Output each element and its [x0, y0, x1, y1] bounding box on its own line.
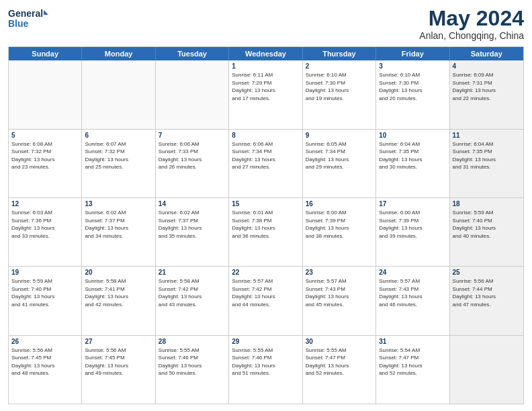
empty-cell-0-2: [156, 60, 229, 128]
day-cell-13: 13Sunrise: 6:02 AM Sunset: 7:37 PM Dayli…: [82, 198, 155, 266]
subtitle: Anlan, Chongqing, China: [419, 30, 524, 41]
day-cell-27: 27Sunrise: 5:56 AM Sunset: 7:45 PM Dayli…: [82, 336, 155, 404]
day-info: Sunrise: 5:57 AM Sunset: 7:43 PM Dayligh…: [379, 277, 446, 308]
calendar-row-5: 26Sunrise: 5:56 AM Sunset: 7:45 PM Dayli…: [9, 336, 523, 404]
day-info: Sunrise: 5:55 AM Sunset: 7:46 PM Dayligh…: [232, 347, 299, 377]
day-info: Sunrise: 6:00 AM Sunset: 7:39 PM Dayligh…: [379, 209, 446, 240]
day-info: Sunrise: 5:56 AM Sunset: 7:45 PM Dayligh…: [11, 347, 79, 377]
weekday-header-wednesday: Wednesday: [229, 47, 302, 60]
day-cell-11: 11Sunrise: 6:04 AM Sunset: 7:35 PM Dayli…: [450, 130, 523, 197]
day-number: 2: [306, 62, 373, 70]
calendar-row-2: 5Sunrise: 6:08 AM Sunset: 7:32 PM Daylig…: [9, 130, 523, 198]
day-cell-17: 17Sunrise: 6:00 AM Sunset: 7:39 PM Dayli…: [376, 198, 449, 266]
day-cell-10: 10Sunrise: 6:04 AM Sunset: 7:35 PM Dayli…: [376, 130, 449, 197]
weekday-header-monday: Monday: [82, 47, 155, 60]
logo-svg: General Blue: [8, 7, 48, 31]
day-number: 8: [232, 132, 299, 139]
day-number: 1: [232, 62, 299, 70]
day-info: Sunrise: 5:55 AM Sunset: 7:46 PM Dayligh…: [159, 347, 226, 377]
day-number: 23: [306, 269, 373, 276]
weekday-header-tuesday: Tuesday: [156, 47, 229, 60]
day-cell-21: 21Sunrise: 5:58 AM Sunset: 7:42 PM Dayli…: [156, 267, 229, 334]
weekday-header-friday: Friday: [376, 47, 449, 60]
logo: General Blue: [8, 7, 48, 31]
weekday-header-thursday: Thursday: [303, 47, 376, 60]
day-info: Sunrise: 6:10 AM Sunset: 7:30 PM Dayligh…: [306, 71, 373, 102]
day-info: Sunrise: 6:06 AM Sunset: 7:34 PM Dayligh…: [232, 140, 299, 171]
calendar-body: 1Sunrise: 6:11 AM Sunset: 7:29 PM Daylig…: [9, 60, 523, 404]
day-number: 31: [379, 338, 446, 345]
day-info: Sunrise: 5:56 AM Sunset: 7:45 PM Dayligh…: [85, 347, 152, 377]
day-info: Sunrise: 5:58 AM Sunset: 7:42 PM Dayligh…: [159, 277, 226, 308]
day-cell-22: 22Sunrise: 5:57 AM Sunset: 7:42 PM Dayli…: [229, 267, 302, 334]
day-cell-4: 4Sunrise: 6:09 AM Sunset: 7:31 PM Daylig…: [450, 60, 523, 128]
day-number: 19: [11, 269, 79, 276]
day-info: Sunrise: 6:02 AM Sunset: 7:37 PM Dayligh…: [159, 209, 226, 240]
day-cell-23: 23Sunrise: 5:57 AM Sunset: 7:43 PM Dayli…: [303, 267, 376, 334]
day-info: Sunrise: 5:57 AM Sunset: 7:43 PM Dayligh…: [306, 277, 373, 308]
day-info: Sunrise: 6:11 AM Sunset: 7:29 PM Dayligh…: [232, 71, 299, 102]
calendar-row-3: 12Sunrise: 6:03 AM Sunset: 7:36 PM Dayli…: [9, 198, 523, 267]
day-number: 9: [306, 132, 373, 139]
day-cell-2: 2Sunrise: 6:10 AM Sunset: 7:30 PM Daylig…: [303, 60, 376, 128]
day-info: Sunrise: 5:59 AM Sunset: 7:40 PM Dayligh…: [11, 277, 79, 308]
weekday-header-sunday: Sunday: [9, 47, 82, 60]
empty-cell-0-1: [82, 60, 155, 128]
empty-cell-4-6: [450, 336, 523, 404]
day-cell-16: 16Sunrise: 6:00 AM Sunset: 7:39 PM Dayli…: [303, 198, 376, 266]
day-number: 21: [159, 269, 226, 276]
day-number: 24: [379, 269, 446, 276]
day-cell-14: 14Sunrise: 6:02 AM Sunset: 7:37 PM Dayli…: [156, 198, 229, 266]
day-number: 20: [85, 269, 152, 276]
day-cell-30: 30Sunrise: 5:55 AM Sunset: 7:47 PM Dayli…: [303, 336, 376, 404]
day-cell-5: 5Sunrise: 6:08 AM Sunset: 7:32 PM Daylig…: [9, 130, 82, 197]
calendar-header: SundayMondayTuesdayWednesdayThursdayFrid…: [9, 47, 523, 60]
day-cell-1: 1Sunrise: 6:11 AM Sunset: 7:29 PM Daylig…: [229, 60, 302, 128]
day-info: Sunrise: 5:59 AM Sunset: 7:40 PM Dayligh…: [453, 209, 521, 240]
day-info: Sunrise: 6:08 AM Sunset: 7:32 PM Dayligh…: [11, 140, 79, 171]
day-info: Sunrise: 5:58 AM Sunset: 7:41 PM Dayligh…: [85, 277, 152, 308]
day-cell-28: 28Sunrise: 5:55 AM Sunset: 7:46 PM Dayli…: [156, 336, 229, 404]
header: General Blue May 2024 Anlan, Chongqing, …: [8, 7, 524, 41]
day-number: 5: [11, 132, 79, 139]
day-number: 30: [306, 338, 373, 345]
day-info: Sunrise: 6:00 AM Sunset: 7:39 PM Dayligh…: [306, 209, 373, 240]
day-info: Sunrise: 6:07 AM Sunset: 7:32 PM Dayligh…: [85, 140, 152, 171]
day-number: 29: [232, 338, 299, 345]
day-cell-20: 20Sunrise: 5:58 AM Sunset: 7:41 PM Dayli…: [82, 267, 155, 334]
empty-cell-0-0: [9, 60, 82, 128]
day-cell-12: 12Sunrise: 6:03 AM Sunset: 7:36 PM Dayli…: [9, 198, 82, 266]
day-number: 15: [232, 200, 299, 208]
svg-marker-2: [44, 10, 48, 15]
day-info: Sunrise: 5:56 AM Sunset: 7:44 PM Dayligh…: [453, 277, 521, 308]
day-number: 10: [379, 132, 446, 139]
calendar-row-1: 1Sunrise: 6:11 AM Sunset: 7:29 PM Daylig…: [9, 60, 523, 129]
day-info: Sunrise: 6:02 AM Sunset: 7:37 PM Dayligh…: [85, 209, 152, 240]
day-cell-8: 8Sunrise: 6:06 AM Sunset: 7:34 PM Daylig…: [229, 130, 302, 197]
day-number: 3: [379, 62, 446, 70]
day-number: 13: [85, 200, 152, 208]
day-number: 27: [85, 338, 152, 345]
calendar-row-4: 19Sunrise: 5:59 AM Sunset: 7:40 PM Dayli…: [9, 267, 523, 335]
day-cell-26: 26Sunrise: 5:56 AM Sunset: 7:45 PM Dayli…: [9, 336, 82, 404]
day-number: 11: [453, 132, 521, 139]
day-number: 12: [11, 200, 79, 208]
svg-text:General: General: [8, 8, 43, 19]
day-info: Sunrise: 6:10 AM Sunset: 7:30 PM Dayligh…: [379, 71, 446, 102]
main-title: May 2024: [419, 7, 524, 30]
day-number: 26: [11, 338, 79, 345]
day-number: 7: [159, 132, 226, 139]
svg-text:Blue: Blue: [8, 18, 29, 29]
day-number: 17: [379, 200, 446, 208]
day-info: Sunrise: 5:55 AM Sunset: 7:47 PM Dayligh…: [306, 347, 373, 377]
day-number: 28: [159, 338, 226, 345]
day-number: 16: [306, 200, 373, 208]
day-info: Sunrise: 6:04 AM Sunset: 7:35 PM Dayligh…: [379, 140, 446, 171]
calendar: SundayMondayTuesdayWednesdayThursdayFrid…: [8, 46, 524, 404]
day-info: Sunrise: 5:54 AM Sunset: 7:47 PM Dayligh…: [379, 347, 446, 377]
day-cell-3: 3Sunrise: 6:10 AM Sunset: 7:30 PM Daylig…: [376, 60, 449, 128]
day-number: 25: [453, 269, 521, 276]
day-cell-15: 15Sunrise: 6:01 AM Sunset: 7:38 PM Dayli…: [229, 198, 302, 266]
day-number: 22: [232, 269, 299, 276]
day-info: Sunrise: 6:09 AM Sunset: 7:31 PM Dayligh…: [453, 71, 521, 102]
